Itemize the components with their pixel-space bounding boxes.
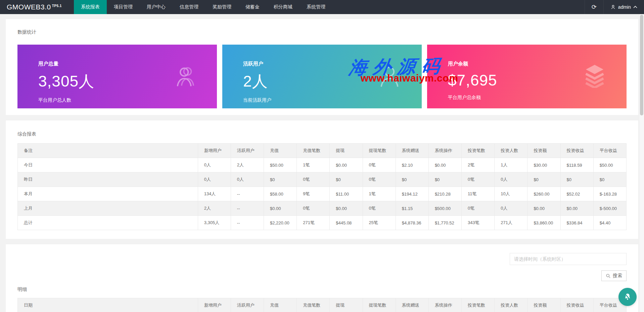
user-menu[interactable]: admin <box>603 0 644 14</box>
table-cell: 本月 <box>18 187 198 201</box>
table-cell: -- <box>231 187 264 201</box>
scrollbar-thumb[interactable] <box>640 15 643 115</box>
table-row: 昨日0人0人$00笔$00笔$0$00笔0人$0$0$0 <box>18 172 627 187</box>
table-cell: 0笔 <box>363 201 396 216</box>
table-cell: $50.00 <box>593 158 626 172</box>
table-cell: $0 <box>593 172 626 187</box>
table-header-row: 备注新增用户活跃用户充值充值笔数提现提现笔数系统赠送系统操作投资笔数投资人数投资… <box>18 144 627 158</box>
column-header-平台收益: 平台收益 <box>593 144 626 158</box>
app-logo-text: GMOWEB3.0 <box>7 3 51 11</box>
table-cell: 11笔 <box>462 187 495 201</box>
column-header-系统操作: 系统操作 <box>428 144 461 158</box>
table-row: 今日0人2人$50.001笔$0.000笔$2.10$0.002笔1人$30.0… <box>18 158 627 172</box>
scrollbar-track[interactable] <box>639 14 644 312</box>
column-header-投资收益: 投资收益 <box>560 298 593 312</box>
column-header-投资笔数: 投资笔数 <box>462 298 495 312</box>
table-cell: $336.84 <box>560 216 593 230</box>
table-header-row: 日期新增用户活跃用户充值充值笔数提现提现笔数系统赠送系统操作投资笔数投资人数投资… <box>18 298 627 312</box>
nav-item-储蓄金[interactable]: 储蓄金 <box>238 0 267 14</box>
column-header-提现笔数: 提现笔数 <box>363 298 396 312</box>
table-cell: 9笔 <box>297 187 330 201</box>
nav-item-系统管理[interactable]: 系统管理 <box>300 0 332 14</box>
user-icon <box>610 4 616 10</box>
column-header-系统赠送: 系统赠送 <box>396 298 428 312</box>
table-cell: 总计 <box>18 216 198 230</box>
table-cell: 271笔 <box>297 216 330 230</box>
table-cell: $4.40 <box>593 216 626 230</box>
column-header-充值: 充值 <box>264 144 297 158</box>
table-cell: 2人 <box>231 158 264 172</box>
column-header-新增用户: 新增用户 <box>198 144 231 158</box>
table-cell: $0.00 <box>560 201 593 216</box>
table-cell: $0 <box>527 172 560 187</box>
search-button-row: 搜索 <box>17 270 627 281</box>
summary-table: 备注新增用户活跃用户充值充值笔数提现提现笔数系统赠送系统操作投资笔数投资人数投资… <box>17 143 627 230</box>
nav-item-用户中心[interactable]: 用户中心 <box>140 0 173 14</box>
nav-item-项目管理[interactable]: 项目管理 <box>107 0 140 14</box>
table-cell: 10人 <box>495 187 527 201</box>
table-cell: $-163.28 <box>593 187 626 201</box>
column-header-日期: 日期 <box>18 298 198 312</box>
table-cell: $3,860.00 <box>527 216 560 230</box>
column-header-投资额: 投资额 <box>527 298 560 312</box>
stat-card-活跃用户: 活跃用户2人当前活跃用户 <box>222 45 422 108</box>
time-range-input[interactable] <box>510 253 627 265</box>
table-cell: $11.00 <box>330 187 363 201</box>
table-cell: $0 <box>330 172 363 187</box>
search-button-label: 搜索 <box>613 273 622 279</box>
refresh-button[interactable]: ⟳ <box>585 0 603 14</box>
users-icon <box>172 63 198 90</box>
table-cell: $0.00 <box>264 201 297 216</box>
table-cell: $0 <box>560 172 593 187</box>
table-cell: $445.08 <box>330 216 363 230</box>
table-cell: $194.12 <box>396 187 428 201</box>
stat-card-subtitle: 当前活跃用户 <box>243 97 422 103</box>
app-logo: GMOWEB3.0 TP5.1 <box>0 0 74 14</box>
table-cell: $0.00 <box>428 158 461 172</box>
table-cell: 25笔 <box>363 216 396 230</box>
nav-item-信息管理[interactable]: 信息管理 <box>173 0 205 14</box>
magnifier-icon <box>606 273 611 278</box>
stats-section-title: 数据统计 <box>17 29 627 35</box>
table-cell: $0 <box>264 172 297 187</box>
main-menu: 系统报表项目管理用户中心信息管理奖励管理储蓄金积分商城系统管理 <box>74 0 585 14</box>
nav-item-积分商城[interactable]: 积分商城 <box>267 0 300 14</box>
nav-item-奖励管理[interactable]: 奖励管理 <box>205 0 238 14</box>
column-header-投资收益: 投资收益 <box>560 144 593 158</box>
user-name: admin <box>618 4 631 10</box>
table-cell: $-500.00 <box>593 201 626 216</box>
table-cell: $4,878.36 <box>396 216 428 230</box>
table-cell: $260.00 <box>527 187 560 201</box>
table-cell: 1人 <box>495 158 527 172</box>
table-row: 本月134人--$58.009笔$11.001笔$194.12$210.2811… <box>18 187 627 201</box>
refresh-icon: ⟳ <box>592 4 597 10</box>
column-header-充值: 充值 <box>264 298 297 312</box>
table-cell: $500.00 <box>428 201 461 216</box>
table-cell: 1笔 <box>297 158 330 172</box>
column-header-活跃用户: 活跃用户 <box>231 298 264 312</box>
top-navbar: GMOWEB3.0 TP5.1 系统报表项目管理用户中心信息管理奖励管理储蓄金积… <box>0 0 644 14</box>
column-header-系统赠送: 系统赠送 <box>396 144 428 158</box>
column-header-投资额: 投资额 <box>527 144 560 158</box>
nav-item-系统报表[interactable]: 系统报表 <box>74 0 107 14</box>
table-cell: $1.15 <box>396 201 428 216</box>
column-header-投资人数: 投资人数 <box>495 144 527 158</box>
table-cell: 0笔 <box>297 172 330 187</box>
table-cell: $52.02 <box>560 187 593 201</box>
summary-section-title: 综合报表 <box>17 131 627 137</box>
table-cell: $210.28 <box>428 187 461 201</box>
navbar-right: ⟳ admin <box>585 0 644 14</box>
table-cell: $58.00 <box>264 187 297 201</box>
search-button[interactable]: 搜索 <box>601 270 627 281</box>
layers-icon <box>581 64 608 89</box>
stat-card-用户总量: 用户总量3,305人平台用户总人数 <box>17 45 217 108</box>
table-cell: 上月 <box>18 201 198 216</box>
table-cell: 1笔 <box>363 187 396 201</box>
table-cell: $0.00 <box>330 158 363 172</box>
column-header-提现: 提现 <box>330 144 363 158</box>
table-cell: 0人 <box>198 158 231 172</box>
table-cell: $0.00 <box>527 201 560 216</box>
stat-card-subtitle: 平台用户总余额 <box>448 95 627 101</box>
chevron-up-icon <box>633 6 637 8</box>
notification-mute-fab[interactable] <box>618 288 637 306</box>
